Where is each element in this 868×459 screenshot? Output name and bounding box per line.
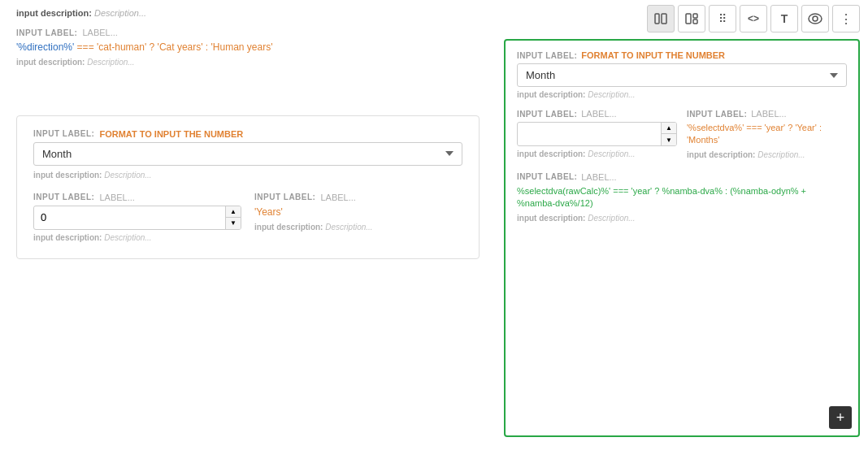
bottom-right-label: INPUT LABEL: (254, 193, 315, 201)
card-right-value: LABEL... (751, 109, 786, 119)
card-spin-up-btn[interactable]: ▲ (662, 123, 676, 134)
bottom-left-desc-label: input description: (33, 233, 102, 242)
svg-rect-0 (655, 14, 659, 24)
svg-rect-2 (686, 14, 691, 24)
label-block-value: LABEL... (82, 28, 117, 37)
format-dropdown[interactable]: Month Year Day (33, 142, 462, 166)
layout-toolbar-btn[interactable] (647, 5, 675, 32)
bottom-right-desc-ph: Description... (325, 223, 372, 232)
card-format-value: FORMAT TO INPUT THE NUMBER (581, 50, 725, 60)
bottom-right-value: LABEL... (320, 193, 355, 202)
eye-icon (808, 13, 822, 24)
svg-point-6 (813, 16, 818, 21)
card-left-desc: input description: Description... (517, 149, 677, 158)
card-format-block: INPUT LABEL: FORMAT TO INPUT THE NUMBER … (517, 50, 847, 99)
right-panel: ⠿ <> T ⋮ INPUT LABEL: (496, 0, 868, 459)
card-bottom-formula: %selectdva(rawCalc)%' === 'year' ? %namb… (517, 185, 847, 210)
formula-text: '%direction%' === 'cat-human' ? 'Cat yea… (16, 41, 480, 54)
spin-up-btn[interactable]: ▲ (226, 206, 241, 218)
card-spin-down-btn[interactable]: ▼ (662, 134, 676, 145)
formula-desc-placeholder: Description... (87, 58, 134, 67)
number-input[interactable] (34, 207, 225, 227)
card-bottom-label: INPUT LABEL: (517, 172, 577, 181)
card-spinbox: ▲ ▼ (517, 122, 677, 146)
card-format-label: INPUT LABEL: (517, 51, 577, 60)
format-desc-placeholder: Description... (104, 171, 151, 180)
bottom-two-col: INPUT LABEL: LABEL... ▲ ▼ input descript… (33, 193, 462, 242)
card-bottom-desc: input description: Description... (517, 214, 847, 223)
spinners: ▲ ▼ (225, 206, 241, 229)
formula-desc: input description: Description... (16, 58, 480, 67)
form-card: INPUT LABEL: FORMAT TO INPUT THE NUMBER … (16, 115, 480, 259)
card-bottom-field: INPUT LABEL: LABEL... %selectdva(rawCalc… (517, 172, 847, 223)
card-right-desc-label: input description: (687, 150, 755, 159)
card-inner-row: INPUT LABEL: LABEL... ▲ ▼ input descript… (517, 109, 847, 159)
card-format-dropdown[interactable]: Month Year Day (517, 63, 847, 87)
format-desc-label: input description: (33, 171, 102, 180)
card-left-desc-ph: Description... (588, 149, 635, 158)
text-icon: T (781, 12, 788, 25)
card-bottom-desc-ph: Description... (588, 214, 635, 223)
label-block: INPUT LABEL: LABEL... '%direction%' === … (16, 28, 480, 67)
card-right-label: INPUT LABEL: (687, 110, 747, 119)
svg-rect-4 (693, 19, 697, 24)
card-left-value: LABEL... (581, 109, 616, 119)
card-right-col: INPUT LABEL: LABEL... '%selectdva%' === … (687, 109, 847, 159)
format-label-value: FORMAT TO INPUT THE NUMBER (99, 129, 243, 139)
angle-brackets-icon: <> (748, 13, 759, 24)
card-left-label: INPUT LABEL: (517, 110, 577, 119)
label-block-label: INPUT LABEL: (16, 28, 77, 37)
card-bottom-desc-label: input description: (517, 214, 585, 223)
card-bottom-value: LABEL... (581, 172, 616, 182)
format-desc: input description: Description... (33, 171, 462, 180)
card-spinbox-input[interactable] (518, 124, 661, 145)
bottom-left-desc-ph: Description... (104, 233, 151, 242)
right-formula: 'Years' (254, 206, 462, 219)
bottom-right-desc: input description: Description... (254, 223, 462, 232)
bottom-right-col: INPUT LABEL: LABEL... 'Years' input desc… (254, 193, 462, 242)
text-toolbar-btn[interactable]: T (770, 5, 798, 32)
card-right-desc: input description: Description... (687, 150, 847, 159)
more-toolbar-btn[interactable]: ⋮ (832, 5, 860, 32)
top-desc-label: input description: (16, 8, 92, 18)
formula-desc-label: input description: (16, 58, 85, 67)
format-block: INPUT LABEL: FORMAT TO INPUT THE NUMBER … (33, 129, 462, 180)
panel-toolbar-btn[interactable] (678, 5, 705, 32)
code-toolbar-btn[interactable]: <> (740, 5, 767, 32)
more-icon: ⋮ (840, 11, 853, 27)
bottom-right-desc-label: input description: (254, 223, 323, 232)
left-panel: input description: Description... INPUT … (0, 0, 496, 459)
bottom-left-col: INPUT LABEL: LABEL... ▲ ▼ input descript… (33, 193, 241, 242)
card-right-desc-ph: Description... (757, 150, 805, 159)
top-desc-placeholder: Description... (94, 8, 146, 18)
card-format-desc: input description: Description... (517, 90, 847, 99)
top-description-block: input description: Description... (16, 8, 480, 18)
eye-toolbar-btn[interactable] (801, 5, 829, 32)
spin-down-btn[interactable]: ▼ (226, 218, 241, 229)
grid-icon: ⠿ (718, 12, 727, 25)
card-left-col: INPUT LABEL: LABEL... ▲ ▼ input descript… (517, 109, 677, 159)
bottom-left-label: INPUT LABEL: (33, 193, 94, 201)
card-spinners: ▲ ▼ (661, 123, 676, 145)
plus-button[interactable]: + (829, 406, 852, 429)
format-label-text: INPUT LABEL: (33, 129, 94, 138)
number-input-wrap: ▲ ▼ (33, 206, 241, 230)
card-right-formula: '%selectdva%' === 'year' ? 'Year' : 'Mon… (687, 122, 847, 147)
svg-rect-3 (693, 14, 697, 18)
bottom-left-value: LABEL... (99, 193, 134, 202)
green-card: INPUT LABEL: FORMAT TO INPUT THE NUMBER … (504, 39, 860, 437)
svg-rect-1 (662, 14, 666, 24)
card-format-desc-label: input description: (517, 90, 585, 99)
svg-point-5 (809, 14, 822, 24)
toolbar: ⠿ <> T ⋮ (504, 5, 860, 32)
bottom-left-desc: input description: Description... (33, 233, 241, 242)
card-left-desc-label: input description: (517, 149, 585, 158)
card-format-desc-ph: Description... (588, 90, 635, 99)
grid-toolbar-btn[interactable]: ⠿ (709, 5, 736, 32)
